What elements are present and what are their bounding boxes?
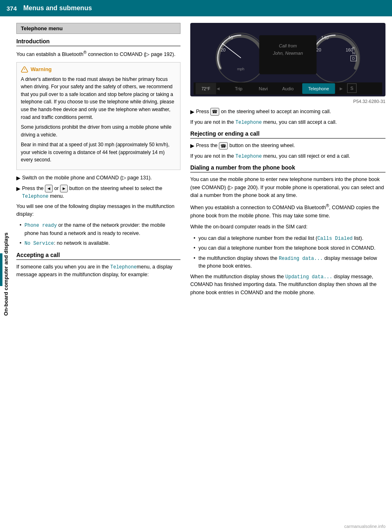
section-box-title: Telephone menu [16,23,180,34]
left-column: Telephone menu Introduction You can esta… [11,16,187,306]
svg-text:S: S [350,86,353,91]
sim-bullet-1: you can dial a telephone number from the… [194,235,385,243]
display-message-1: Phone ready or the name of the network p… [20,221,180,237]
svg-text:D: D [352,56,355,60]
warning-para-1: A driver's attention to the road must al… [21,76,176,121]
step-1-text: Switch on the mobile phone and COMAND (▷… [22,174,152,182]
arrow-icon-1: ▶ [16,174,20,182]
not-in-telephone-accept: If you are not in the Telephone menu, yo… [190,118,385,127]
intro-paragraph: You can establish a Bluetooth® connectio… [16,49,180,59]
warning-box: Warning A driver's attention to the road… [16,62,180,170]
telephone-code: Telephone [22,194,49,199]
page-number: 374 [7,5,17,12]
right-button-icon: ► [60,185,68,192]
telephone-code-4: Telephone [236,154,262,159]
display-messages-list: Phone ready or the name of the network p… [20,221,180,248]
svg-text:►: ► [339,86,344,92]
sim-bullet-2: you can dial a telephone number from the… [194,244,385,252]
step-2-text: Press the ◄ or ► button on the steering … [22,185,180,200]
warning-label: Warning [31,66,52,72]
accepting-call-heading: Accepting a call [16,252,180,260]
warning-title: Warning [21,66,176,73]
calls-dialed-code: Calls Dialed [317,236,352,241]
step-2: ▶ Press the ◄ or ► button on the steerin… [16,185,180,200]
svg-text:Telephone: Telephone [308,86,329,91]
dialing-heading: Dialing a number from the phone book [190,164,385,172]
sidebar-blue-bar [0,253,2,286]
dialing-para-2: When you establish a connection to COMAN… [190,203,385,220]
display-messages-intro: You will see one of the following displa… [16,203,180,219]
left-button-icon: ◄ [45,185,53,192]
warning-para-2: Some jurisdictions prohibit the driver f… [21,123,176,139]
figure-caption: P54.32-6280-31 [190,99,385,104]
sidebar-label: On-board computer and displays [0,16,11,532]
right-column: 20 40 mph 120 140 160 R N D [187,16,392,306]
accepting-call-para: If someone calls you when you are in the… [16,263,180,279]
svg-text:140: 140 [321,35,328,40]
cluster-svg: 20 40 mph 120 140 160 R N D [194,26,382,96]
website-text: carmanualsoline.info [344,524,385,529]
arrow-icon-2: ▶ [16,185,20,200]
not-in-telephone-reject: If you are not in the Telephone menu, yo… [190,152,385,161]
svg-text:John, Newman: John, Newman [272,51,303,56]
display-message-2: No Service: no network is available. [20,239,180,248]
accept-call-button-icon: ☎ [210,108,219,116]
reading-data-code: Reading data... [279,256,323,262]
sidebar-label-text: On-board computer and displays [3,232,9,316]
content-wrapper: Telephone menu Introduction You can esta… [11,16,392,306]
svg-text:72°F: 72°F [201,87,210,91]
end-call-button-icon: ☎̶ [219,142,228,150]
telephone-code-3: Telephone [236,120,262,125]
svg-text:Call from: Call from [279,43,297,48]
press-accept-text: Press ☎ on the steering wheel to accept … [196,108,331,116]
instrument-cluster: 20 40 mph 120 140 160 R N D [190,23,385,96]
phone-ready-code: Phone ready [24,223,57,228]
dialing-para-4: When the multifunction display shows the… [190,273,385,297]
svg-text:◄: ◄ [216,86,220,92]
reject-text: Press the ☎̶ button on the steering whee… [196,142,295,150]
sim-bullet-3: the multifunction display shows the Read… [194,255,385,270]
step-1: ▶ Switch on the mobile phone and COMAND … [16,174,180,182]
svg-text:R: R [352,46,355,50]
dialing-para-1: You can use the mobile phone to enter ne… [190,176,385,199]
svg-text:40: 40 [228,35,233,40]
arrow-icon-4: ▶ [190,142,194,150]
arrow-icon-3: ▶ [190,108,194,116]
svg-text:20: 20 [220,47,225,52]
page-title: Menus and submenus [23,4,92,12]
press-accept-step: ▶ Press ☎ on the steering wheel to accep… [190,108,385,116]
no-service-code: No Service [24,241,54,246]
svg-text:Trip: Trip [235,86,243,91]
svg-text:Audio: Audio [282,86,294,91]
warning-icon [21,66,28,73]
updating-data-code: Updating data... [285,274,332,280]
sim-card-bullets: you can dial a telephone number from the… [194,235,385,270]
dialing-para-3: While the on-board computer reads in the… [190,223,385,231]
rejecting-heading: Rejecting or ending a call [190,130,385,139]
svg-text:Navi: Navi [259,86,268,91]
warning-para-3: Bear in mind that at a speed of just 30 … [21,141,176,164]
website-footer: carmanualsoline.info [344,524,385,529]
reject-step: ▶ Press the ☎̶ button on the steering wh… [190,142,385,150]
page-header: 374 Menus and submenus [0,0,392,16]
introduction-heading: Introduction [16,38,180,46]
svg-text:mph: mph [237,67,245,71]
svg-text:N: N [352,51,355,55]
telephone-code-2: Telephone [110,264,137,270]
